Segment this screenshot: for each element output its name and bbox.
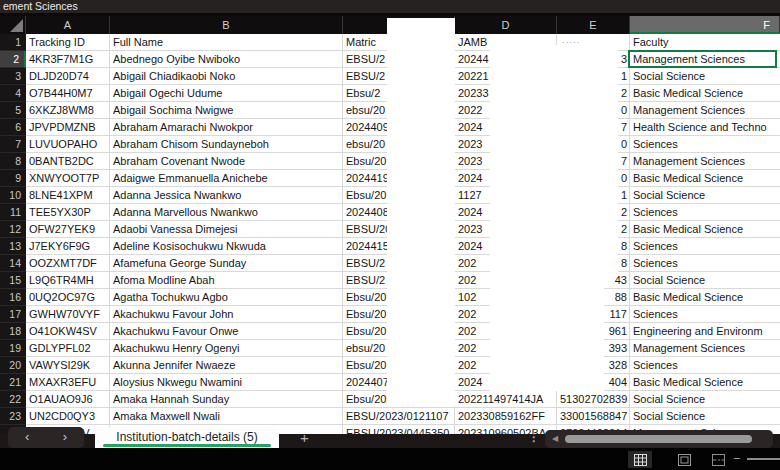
cell[interactable]: MXAXR3EFU xyxy=(26,374,110,391)
cell[interactable]: O1AUAO9J6 xyxy=(26,391,110,408)
scrollbar-thumb[interactable] xyxy=(565,435,752,443)
add-sheet-button[interactable]: + xyxy=(300,429,309,447)
cell[interactable]: Social Science xyxy=(630,391,780,408)
cell[interactable]: Akachukwu Favour John xyxy=(110,306,343,323)
cell[interactable]: Aloysius Nkwegu Nwamini xyxy=(110,374,343,391)
column-header-D[interactable]: D xyxy=(455,16,557,34)
cell[interactable]: Amaka Maxwell Nwali xyxy=(110,408,343,425)
row-header-9[interactable]: 9 xyxy=(0,170,26,187)
row-header-11[interactable]: 11 xyxy=(0,204,26,221)
cell[interactable]: 51302702839 xyxy=(557,391,630,408)
cell[interactable]: Adaigwe Emmanuella Anichebe xyxy=(110,170,343,187)
cell[interactable]: OFW27YEK9 xyxy=(26,221,110,238)
cell[interactable]: Sciences xyxy=(630,136,780,153)
prev-sheet-button[interactable]: ‹ xyxy=(25,427,29,447)
cell[interactable]: LUVUOPAHO xyxy=(26,136,110,153)
row-header-7[interactable]: 7 xyxy=(0,136,26,153)
cell[interactable]: XNWYOOT7P xyxy=(26,170,110,187)
formula-bar[interactable]: ement Sciences xyxy=(0,0,780,13)
horizontal-scrollbar[interactable]: ◀ xyxy=(545,430,773,448)
column-header-B[interactable]: B xyxy=(110,16,343,34)
row-header-23[interactable]: 23 xyxy=(0,408,26,425)
cell[interactable]: Management Sciences xyxy=(630,340,780,357)
cell[interactable]: Sciences xyxy=(630,306,780,323)
row-header-10[interactable]: 10 xyxy=(0,187,26,204)
row-header-19[interactable]: 19 xyxy=(0,340,26,357)
row-header-8[interactable]: 8 xyxy=(0,153,26,170)
column-header-E[interactable]: E xyxy=(557,16,630,34)
cell[interactable]: J7EKY6F9G xyxy=(26,238,110,255)
cell[interactable]: Adeline Kosisochukwu Nkwuda xyxy=(110,238,343,255)
cell[interactable]: Management Sciences xyxy=(630,153,780,170)
page-break-preview-button[interactable] xyxy=(706,451,730,468)
row-header-17[interactable]: 17 xyxy=(0,306,26,323)
row-header-12[interactable]: 12 xyxy=(0,221,26,238)
cell[interactable]: Sciences xyxy=(630,357,780,374)
zoom-slider[interactable] xyxy=(747,458,780,460)
column-header-A[interactable]: A xyxy=(26,16,110,34)
row-header-21[interactable]: 21 xyxy=(0,374,26,391)
cell[interactable]: 202310960502BA xyxy=(455,425,557,434)
cell[interactable]: 0BANTB2DC xyxy=(26,153,110,170)
row-header-1[interactable]: 1 xyxy=(0,34,26,51)
cell[interactable]: Social Science xyxy=(630,272,780,289)
cell[interactable]: Sciences xyxy=(630,255,780,272)
cell[interactable]: Basic Medical Science xyxy=(630,170,780,187)
cell[interactable]: Akachukwu Henry Ogenyi xyxy=(110,340,343,357)
cell[interactable]: VAWYSI29K xyxy=(26,357,110,374)
row-header-2[interactable]: 2 xyxy=(0,51,26,68)
column-header-F[interactable]: F xyxy=(630,16,780,34)
cell[interactable]: 0UQ2OC97G xyxy=(26,289,110,306)
row-header-4[interactable]: 4 xyxy=(0,85,26,102)
cell[interactable]: Abraham Chisom Sundayneboh xyxy=(110,136,343,153)
cell[interactable]: JPVPDMZNB xyxy=(26,119,110,136)
cell[interactable]: Social Science xyxy=(630,187,780,204)
cell[interactable]: Sciences xyxy=(630,238,780,255)
page-layout-view-button[interactable] xyxy=(672,451,696,468)
active-sheet-tab[interactable]: Institution-batch-details (5) xyxy=(95,427,279,448)
cell[interactable]: L9Q6TR4MH xyxy=(26,272,110,289)
row-header-13[interactable]: 13 xyxy=(0,238,26,255)
row-header-16[interactable]: 16 xyxy=(0,289,26,306)
cell[interactable]: Abraham Amarachi Nwokpor xyxy=(110,119,343,136)
row-header-5[interactable]: 5 xyxy=(0,102,26,119)
cell[interactable]: O41OKW4SV xyxy=(26,323,110,340)
cell[interactable]: EBSU/2023/0445350 xyxy=(343,425,455,434)
cell[interactable]: 202330859162FF xyxy=(455,408,557,425)
scroll-left-icon[interactable]: ◀ xyxy=(552,434,558,443)
cell[interactable]: Adanna Marvellous Nwankwo xyxy=(110,204,343,221)
cell[interactable]: Basic Medical Science xyxy=(630,221,780,238)
select-all-corner[interactable] xyxy=(0,16,26,34)
row-header-6[interactable]: 6 xyxy=(0,119,26,136)
cell[interactable]: Adaobi Vanessa Dimejesi xyxy=(110,221,343,238)
cell[interactable]: Sciences xyxy=(630,204,780,221)
cell[interactable]: Management Sciences xyxy=(630,102,780,119)
cell[interactable]: Basic Medical Science xyxy=(630,85,780,102)
cell[interactable]: Full Name xyxy=(110,34,343,51)
cell[interactable]: Afamefuna George Sunday xyxy=(110,255,343,272)
cell[interactable]: Abigail Chiadikaobi Noko xyxy=(110,68,343,85)
next-sheet-button[interactable]: › xyxy=(63,427,67,447)
cell[interactable]: UN2CD0QY3 xyxy=(26,408,110,425)
cell[interactable]: 4KR3F7M1G xyxy=(26,51,110,68)
cell[interactable]: 202211497414JA xyxy=(455,391,557,408)
normal-view-button[interactable] xyxy=(628,451,652,468)
cell[interactable]: Social Science xyxy=(630,408,780,425)
cell[interactable]: Basic Medical Science xyxy=(630,374,780,391)
row-header-18[interactable]: 18 xyxy=(0,323,26,340)
cell[interactable]: Adanna Jessica Nwankwo xyxy=(110,187,343,204)
cell[interactable]: Basic Medical Science xyxy=(630,289,780,306)
cell[interactable]: GDLYPFL02 xyxy=(26,340,110,357)
cell[interactable]: Abigail Ogechi Udume xyxy=(110,85,343,102)
cell[interactable]: Faculty xyxy=(630,34,780,51)
cell[interactable]: Social Science xyxy=(630,68,780,85)
cell[interactable]: Abraham Covenant Nwode xyxy=(110,153,343,170)
cell[interactable]: Abednego Oyibe Nwiboko xyxy=(110,51,343,68)
cell[interactable]: Health Science and Techno xyxy=(630,119,780,136)
cell[interactable]: O7B44H0M7 xyxy=(26,85,110,102)
cell[interactable]: DLJD20D74 xyxy=(26,68,110,85)
row-header-20[interactable]: 20 xyxy=(0,357,26,374)
cell[interactable]: GWHW70VYF xyxy=(26,306,110,323)
cell[interactable]: 8LNE41XPM xyxy=(26,187,110,204)
row-header-15[interactable]: 15 xyxy=(0,272,26,289)
